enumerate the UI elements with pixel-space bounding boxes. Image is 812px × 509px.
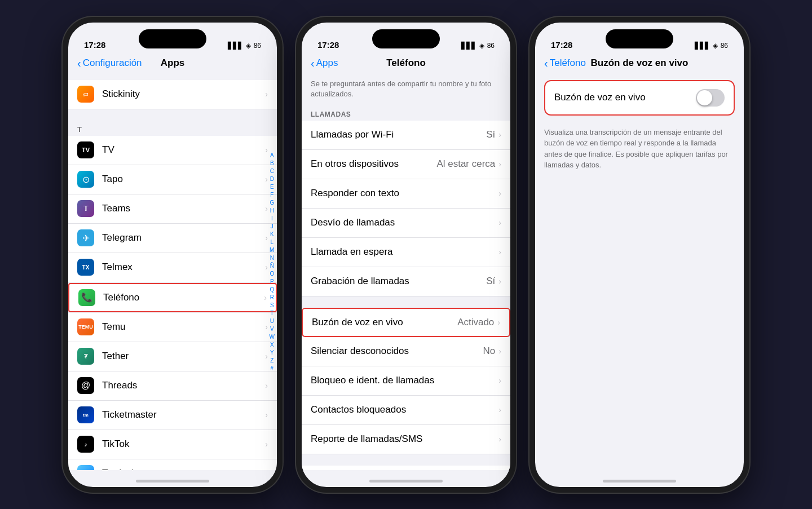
wifi-icon-3: ◈ (713, 42, 718, 50)
separator-t (68, 109, 277, 121)
signal-icon-3: ▋▋▋ (695, 42, 710, 50)
list-item-call-divert[interactable]: Desvío de llamadas › (302, 209, 510, 238)
icon-ticketmaster: tm (77, 406, 94, 423)
telefono-settings-list: Se te preguntará antes de compartir tu n… (302, 73, 510, 470)
time-3: 17:28 (551, 40, 572, 50)
back-chevron-3: ‹ (544, 57, 548, 69)
value-silence-unknown: No (483, 346, 496, 357)
list-item-traducir[interactable]: T Traducir › (68, 459, 277, 470)
nav-bar-1: ‹ Configuración Apps (68, 53, 277, 73)
chevron-call-recording: › (498, 277, 501, 286)
dynamic-island-3 (606, 29, 673, 48)
signal-icon-2: ▋▋▋ (461, 42, 476, 50)
signal-icon: ▋▋▋ (228, 42, 243, 50)
app-name-ticketmaster: Ticketmaster (102, 409, 265, 421)
app-name-telmex: Telmex (102, 262, 265, 273)
icon-telmex: TX (77, 259, 94, 276)
phone-2: 17:28 ▋▋▋ ◈ 86 ‹ Apps Teléfono Se te pre… (296, 17, 516, 493)
phone2-content: ‹ Apps Teléfono Se te preguntará antes d… (302, 53, 510, 470)
dynamic-island-1 (139, 29, 206, 48)
back-button-3[interactable]: ‹ Teléfono (544, 57, 586, 69)
value-buzon: Activado (457, 317, 494, 328)
separator-buzon (302, 296, 510, 308)
back-button-1[interactable]: ‹ Configuración (77, 57, 142, 69)
back-button-2[interactable]: ‹ Apps (311, 57, 338, 69)
time-2: 17:28 (317, 40, 339, 50)
buzon-setting-card[interactable]: Buzón de voz en vivo (544, 80, 735, 116)
home-indicator-2 (369, 480, 443, 483)
list-item-threads[interactable]: @ Threads › (68, 371, 277, 401)
list-item-silence-unknown[interactable]: Silenciar desconocidos No › (302, 337, 510, 366)
icon-tapo: ⊙ (77, 171, 94, 188)
buzon-description: Visualiza una transcripción de un mensaj… (535, 122, 744, 175)
chevron-respond-text: › (498, 189, 501, 198)
time-1: 17:28 (84, 40, 105, 50)
list-item-other-devices[interactable]: En otros dispositivos Al estar cerca › (302, 150, 510, 179)
phone1-content: ‹ Configuración Apps 🏷 Stickinity › T TV… (68, 53, 277, 470)
list-item-wifi-calls[interactable]: Llamadas por Wi-Fi Sí › (302, 121, 510, 150)
telefono-info: Se te preguntará antes de compartir tu n… (302, 73, 510, 106)
list-item-teams[interactable]: 𝕋 Teams › (68, 194, 277, 224)
status-icons-1: ▋▋▋ ◈ 86 (228, 42, 261, 50)
list-item-tether[interactable]: ₮ Tether › (68, 342, 277, 371)
toggle-knob (697, 90, 712, 105)
list-item-call-recording[interactable]: Grabación de llamadas Sí › (302, 267, 510, 296)
label-wifi-calls: Llamadas por Wi-Fi (311, 129, 486, 140)
list-item-tapo[interactable]: ⊙ Tapo › (68, 165, 277, 194)
list-item-blocked-contacts[interactable]: Contactos bloqueados › (302, 396, 510, 425)
chevron-blocked-contacts: › (498, 405, 501, 414)
list-item-tv[interactable]: TV TV › (68, 136, 277, 165)
app-name-telefono: Teléfono (103, 292, 264, 303)
list-item-telmex[interactable]: TX Telmex › (68, 253, 277, 282)
chevron-tv: › (265, 145, 268, 154)
list-item-telegram[interactable]: ✈ Telegram › (68, 224, 277, 253)
list-item-telefono[interactable]: 📞 Teléfono › (68, 283, 277, 312)
icon-temu: TEMU (77, 318, 94, 335)
app-name-telegram: Telegram (102, 232, 265, 244)
chevron-buzon: › (497, 318, 500, 327)
label-other-devices: En otros dispositivos (311, 158, 436, 170)
separator-link (302, 454, 510, 466)
status-icons-3: ▋▋▋ ◈ 86 (695, 42, 728, 50)
list-item-ticketmaster[interactable]: tm Ticketmaster › (68, 401, 277, 430)
battery-icon-2: 86 (487, 42, 495, 50)
value-other-devices: Al estar cerca (436, 158, 495, 170)
chevron-stickinity: › (265, 90, 268, 99)
icon-telefono: 📞 (78, 289, 95, 306)
list-item-report-calls[interactable]: Reporte de llamadas/SMS › (302, 425, 510, 454)
label-call-waiting: Llamada en espera (311, 246, 498, 258)
chevron-ticketmaster: › (265, 410, 268, 419)
app-name-teams: Teams (102, 203, 265, 214)
list-item-respond-text[interactable]: Responder con texto › (302, 179, 510, 209)
chevron-block-id: › (498, 376, 501, 385)
chevron-call-waiting: › (498, 247, 501, 256)
list-item-buzon[interactable]: Buzón de voz en vivo Activado › (302, 308, 510, 337)
app-name-tv: TV (102, 144, 265, 156)
list-item-temu[interactable]: TEMU Temu › (68, 313, 277, 342)
buzon-setting-label: Buzón de voz en vivo (554, 92, 646, 103)
buzon-settings: Buzón de voz en vivo Visualiza una trans… (535, 73, 744, 470)
icon-tv: TV (77, 141, 94, 158)
chevron-report-calls: › (498, 435, 501, 444)
icon-traducir: T (77, 465, 94, 470)
app-name-tapo: Tapo (102, 174, 265, 185)
label-buzon: Buzón de voz en vivo (312, 317, 457, 328)
back-label-3: Teléfono (550, 57, 586, 69)
phone-1: 17:28 ▋▋▋ ◈ 86 ‹ Configuración Apps 🏷 (63, 17, 283, 493)
nav-bar-2: ‹ Apps Teléfono (302, 53, 510, 73)
back-chevron-1: ‹ (77, 57, 81, 69)
apps-list[interactable]: 🏷 Stickinity › T TV TV › ⊙ Tapo › 𝕋 (68, 73, 277, 470)
back-label-2: Apps (316, 57, 338, 69)
chevron-threads: › (265, 381, 268, 390)
battery-icon-3: 86 (721, 42, 728, 50)
chevron-telefono: › (264, 293, 267, 302)
value-wifi-calls: Sí (486, 129, 495, 140)
list-item-stickinity[interactable]: 🏷 Stickinity › (68, 80, 277, 109)
app-name-threads: Threads (102, 380, 265, 391)
chevron-traducir: › (265, 469, 268, 470)
list-item-call-waiting[interactable]: Llamada en espera › (302, 238, 510, 267)
buzon-toggle[interactable] (696, 89, 725, 107)
list-item-password-voicemail[interactable]: Contraseña del buzón de voz (302, 466, 510, 470)
list-item-block-id[interactable]: Bloqueo e ident. de llamadas › (302, 366, 510, 396)
list-item-tiktok[interactable]: ♪ TikTok › (68, 430, 277, 459)
